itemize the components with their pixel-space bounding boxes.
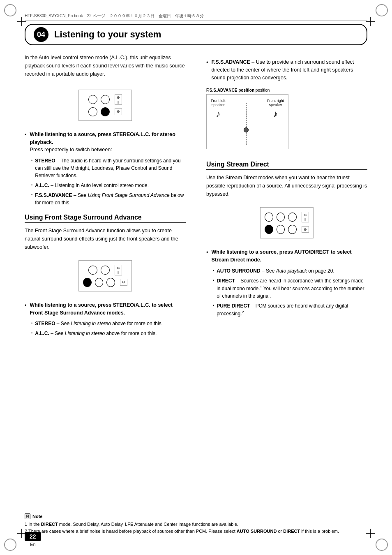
content-area: In the Auto level control stereo mode (A… (25, 53, 367, 522)
sp-circle-1 (88, 95, 97, 104)
deco-circle-bl (4, 539, 16, 551)
sp2-controls-2: ⊖ (120, 279, 127, 286)
sp3-controls-2: ⊖ (302, 226, 309, 233)
sp3-controls-1: ⊕ || (302, 212, 309, 222)
stereo-main-bullet: • While listening to a source, press STE… (25, 131, 186, 154)
chapter-header: 04 Listening to your system (25, 24, 367, 45)
note-header: N Note (25, 513, 367, 519)
intro-text: In the Auto level control stereo mode (A… (25, 53, 186, 78)
page-number: 22 (25, 532, 41, 541)
fss-advance-text: F.S.S.ADVANCE – Use to provide a rich su… (212, 58, 367, 81)
note-text-2: 2 There are cases where a brief noise is… (25, 528, 367, 535)
stereo-sub-3: • F.S.S.ADVANCE – See Using Front Stage … (31, 192, 186, 206)
note-label: Note (32, 514, 42, 519)
speaker-diagram-1: ⊕ || ⊖ (25, 85, 186, 126)
main-bullet-dot: • (25, 132, 27, 138)
stream-main-bullet: • While listening to a source, press AUT… (206, 248, 367, 264)
sp3-circle-5 (277, 225, 285, 234)
sub-dot-1: • (31, 158, 32, 162)
stream-direct-body: Use the Stream Direct modes when you wan… (206, 173, 367, 198)
fss-advance-dot: • (206, 59, 208, 65)
sub-dot-3: • (31, 193, 32, 197)
speaker-diagram-2: ⊕ || ⊖ (25, 255, 186, 296)
fss-advance-main: • F.S.S.ADVANCE – Use to provide a rich … (206, 58, 367, 81)
sp3-circle-4-filled (265, 225, 273, 234)
fss-left-speaker-icon: ♪ (216, 109, 220, 119)
stream-sub-text-1: AUTO SURROUND – See Auto playback on pag… (217, 267, 334, 275)
sp2-circle-2 (101, 266, 110, 275)
diagram2-row-2: ⊖ (83, 278, 127, 287)
fss-bullet-text: While listening to a source, press STERE… (30, 301, 186, 317)
stereo-bullet-section: • While listening to a source, press STE… (25, 131, 186, 206)
sp3-circle-6 (288, 225, 297, 234)
left-column: In the Auto level control stereo mode (A… (25, 53, 190, 522)
stereo-bullet-text: While listening to a source, press STERE… (30, 131, 186, 154)
stream-bullet-section: • While listening to a source, press AUT… (206, 248, 367, 317)
sp2-ctrl-line: || (118, 271, 119, 274)
fss-bullet-section: • While listening to a source, press STE… (25, 301, 186, 338)
fss-dot-line-bottom (246, 132, 247, 145)
diagram3-row-2: ⊖ (265, 225, 309, 234)
fss-sub-text-1: STEREO – See Listening in stereo above f… (35, 320, 163, 327)
sub-dot-2: • (31, 183, 32, 187)
stream-sub-text-3: PURE DIRECT – PCM sources are heard with… (217, 302, 367, 317)
sp2-controls-1: ⊕ || (115, 265, 122, 275)
fss-body: The Front Stage Surround Advance functio… (25, 227, 186, 251)
note-icon: N (25, 513, 30, 519)
fss-right-speaker: Front rightspeaker ♪ (267, 99, 284, 119)
speaker-diagram-3: ⊕ || ⊖ (206, 202, 367, 243)
fss-left-label: Front leftspeaker (211, 99, 226, 107)
sp3-ctrl-plus: ⊕ (304, 213, 307, 217)
meta-bar: HTF-SB300_SVYXCN_En.book 22 ページ ２００９年１０月… (25, 13, 367, 21)
fss-sub-dot-2: • (31, 331, 32, 335)
fss-inner: Front leftspeaker ♪ Front rightspeaker ♪ (211, 99, 284, 145)
sp-circle-4-filled (101, 107, 110, 116)
stream-direct-heading: Using Stream Direct (206, 161, 367, 170)
file-info: HTF-SB300_SVYXCN_En.book 22 ページ ２００９年１０月… (25, 14, 204, 18)
sp3-circle-2 (277, 213, 285, 222)
ctrl-minus: ⊖ (117, 109, 120, 114)
chapter-title: Listening to your system (54, 29, 161, 40)
fss-sub-1: • STEREO – See Listening in stereo above… (31, 320, 186, 327)
fss-diagram-container: F.S.S.ADVANCE position position Front le… (206, 88, 367, 149)
sp2-circle-5 (106, 278, 115, 287)
fss-diagram: Front leftspeaker ♪ Front rightspeaker ♪ (206, 94, 288, 149)
sp-circle-3 (88, 107, 97, 116)
fss-right-label: Front rightspeaker (267, 99, 284, 107)
stream-sub-dot-2: • (213, 278, 214, 282)
sub-text-alc: A.L.C. – Listening in Auto level control… (35, 182, 149, 189)
sp3-ctrl-minus: ⊖ (304, 227, 307, 232)
stereo-sub-1: • STEREO – The audio is heard with your … (31, 157, 186, 179)
diagram3-row-1: ⊕ || (265, 212, 309, 222)
fss-sub-2: • A.L.C. – See Listening in stereo above… (31, 330, 186, 337)
diagram-row-2: ⊖ (83, 107, 127, 116)
stream-sub-3: • PURE DIRECT – PCM sources are heard wi… (213, 302, 367, 317)
fss-right-speaker-icon: ♪ (273, 109, 278, 119)
chapter-number: 04 (34, 27, 48, 42)
diagram-box-2: ⊕ || ⊖ (78, 260, 132, 291)
stereo-sub-bullets: • STEREO – The audio is heard with your … (31, 157, 186, 206)
fss-dot-circle (244, 127, 249, 132)
fss-heading: Using Front Stage Surround Advance (25, 214, 186, 223)
fss-dot-line (246, 103, 247, 127)
fss-main-bullet: • While listening to a source, press STE… (25, 301, 186, 317)
sub-text-fss: F.S.S.ADVANCE – See Using Front Stage Su… (35, 192, 186, 206)
sp-circle-2 (101, 95, 110, 104)
sp3-ctrl-line: || (304, 217, 306, 221)
stereo-sub-2: • A.L.C. – Listening in Auto level contr… (31, 182, 186, 189)
sp-controls-1: ⊕ || (115, 94, 122, 105)
sp2-circle-1 (88, 266, 97, 275)
fss-diagram-label: F.S.S.ADVANCE position position (206, 88, 367, 92)
stream-bullet-text: While listening to a source, press AUTO/… (212, 248, 367, 264)
fss-dotted-area (226, 99, 267, 145)
page-number-area: 22 En (25, 532, 41, 547)
sub-text-stereo: STEREO – The audio is heard with your su… (35, 157, 186, 179)
deco-circle-tl (4, 4, 16, 16)
deco-circle-br (376, 539, 388, 551)
sp2-circle-3-filled (83, 278, 92, 287)
diagram-box-1: ⊕ || ⊖ (78, 90, 132, 121)
fss-left-speaker: Front leftspeaker ♪ (211, 99, 226, 119)
fss-advance-bullet: • F.S.S.ADVANCE – Use to provide a rich … (206, 58, 367, 81)
fss-main-dot: • (25, 302, 27, 308)
fss-sub-bullets: • STEREO – See Listening in stereo above… (31, 320, 186, 337)
